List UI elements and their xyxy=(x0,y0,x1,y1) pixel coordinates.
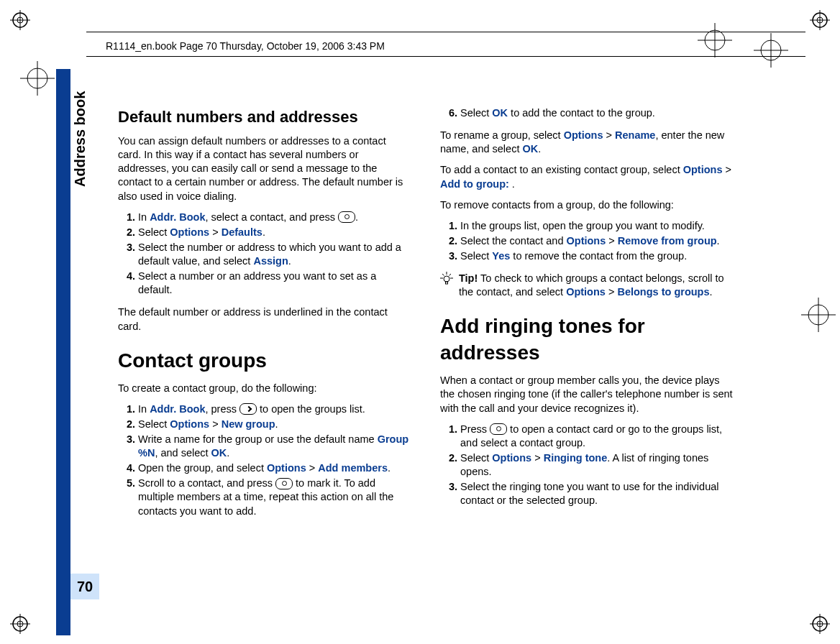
step-groups-4: Open the group, and select Options > Add… xyxy=(138,461,411,475)
steps-defaults: In Addr. Book, select a contact, and pre… xyxy=(118,211,411,298)
tip-block: Tip! To check to which groups a contact … xyxy=(440,272,734,299)
steps-remove: In the groups list, open the group you w… xyxy=(440,219,734,263)
heading-ringing-tones: Add ringing tones for addresses xyxy=(440,313,734,367)
step-remove-3: Select Yes to remove the contact from th… xyxy=(460,249,734,263)
heading-defaults: Default numbers and addresses xyxy=(118,106,411,127)
para-remove-intro: To remove contacts from a group, do the … xyxy=(440,198,734,212)
para-tones-intro: When a contact or group member calls you… xyxy=(440,374,734,415)
crosshair-left xyxy=(20,61,55,96)
step-defaults-2: Select Options > Defaults. xyxy=(138,226,411,239)
step-tones-3: Select the ringing tone you want to use … xyxy=(460,480,734,507)
reg-mark-br xyxy=(810,614,830,634)
step-defaults-3: Select the number or address to which yo… xyxy=(138,241,411,268)
reg-mark-bl xyxy=(10,614,30,634)
column-left: Default numbers and addresses You can as… xyxy=(118,106,411,527)
step-remove-1: In the groups list, open the group you w… xyxy=(460,219,734,233)
tip-text: Tip! To check to which groups a contact … xyxy=(459,272,734,299)
crosshair-right xyxy=(801,298,836,332)
steps-groups: In Addr. Book, press to open the groups … xyxy=(118,402,411,518)
step-groups-5: Scroll to a contact, and press to mark i… xyxy=(138,477,411,518)
header-top-rule xyxy=(86,32,805,32)
crosshair-top xyxy=(754,33,788,68)
step-groups-3: Write a name for the group or use the de… xyxy=(138,433,411,460)
step-groups-1: In Addr. Book, press to open the groups … xyxy=(138,402,411,416)
header-bottom-rule xyxy=(86,56,805,57)
para-groups-intro: To create a contact group, do the follow… xyxy=(118,382,411,395)
para-rename: To rename a group, select Options > Rena… xyxy=(440,129,734,156)
blue-strip xyxy=(56,69,70,635)
para-defaults-note: The default number or address is underli… xyxy=(118,305,411,333)
svg-rect-34 xyxy=(446,282,448,284)
crosshair-top2 xyxy=(698,23,732,58)
step-tones-1: Press to open a contact card or go to th… xyxy=(460,423,734,450)
nav-right-icon xyxy=(239,403,257,415)
reg-mark-tr xyxy=(810,10,830,30)
step-defaults-4: Select a number or an address you want t… xyxy=(138,270,411,297)
section-label: Address book xyxy=(72,91,88,187)
nav-key-icon xyxy=(338,211,355,223)
svg-line-32 xyxy=(449,274,452,276)
svg-point-33 xyxy=(444,276,449,282)
heading-groups: Contact groups xyxy=(118,348,411,374)
para-add-to-group: To add a contact to an existing contact … xyxy=(440,163,734,190)
nav-key-icon xyxy=(275,478,293,489)
step-groups-6: Select OK to add the contact to the grou… xyxy=(460,106,734,120)
steps-tones: Press to open a contact card or go to th… xyxy=(440,423,734,508)
step-tones-2: Select Options > Ringing tone. A list of… xyxy=(460,451,734,479)
page-number: 70 xyxy=(70,574,99,599)
tip-icon xyxy=(440,272,453,285)
header-text: R1114_en.book Page 70 Thursday, October … xyxy=(106,40,385,52)
step-defaults-1: In Addr. Book, select a contact, and pre… xyxy=(138,211,411,224)
step-groups-2: Select Options > New group. xyxy=(138,418,411,431)
steps-groups-cont: Select OK to add the contact to the grou… xyxy=(440,106,734,120)
nav-key-icon xyxy=(490,423,507,435)
step-remove-2: Select the contact and Options > Remove … xyxy=(460,234,734,248)
para-defaults-intro: You can assign default numbers or addres… xyxy=(118,134,411,203)
reg-mark-tl xyxy=(10,10,30,30)
column-right: Select OK to add the contact to the grou… xyxy=(440,106,734,516)
svg-line-31 xyxy=(442,274,444,276)
